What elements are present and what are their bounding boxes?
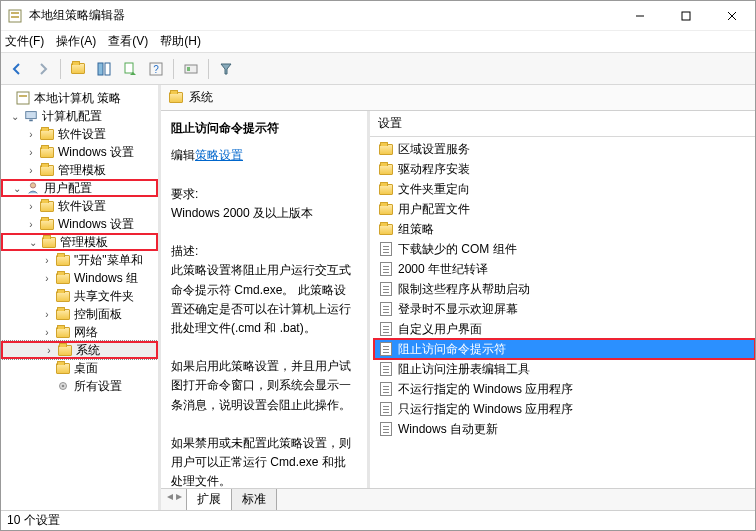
expand-icon[interactable]: › <box>41 255 53 266</box>
tree-pane[interactable]: 本地计算机 策略 ⌄ 计算机配置 ›软件设置 ›Windows 设置 ›管理模板… <box>1 85 161 510</box>
svg-rect-7 <box>98 63 103 75</box>
forward-button[interactable] <box>31 57 55 81</box>
content-pane: 系统 阻止访问命令提示符 编辑策略设置 要求: Windows 2000 及以上… <box>161 85 755 510</box>
folder-icon <box>39 144 55 160</box>
policy-doc-icon <box>378 301 394 317</box>
policy-doc-icon <box>378 321 394 337</box>
folder-icon <box>55 360 71 376</box>
refresh-button[interactable]: ? <box>144 57 168 81</box>
list-row[interactable]: 2000 年世纪转译 <box>374 259 755 279</box>
edit-policy-link[interactable]: 策略设置 <box>195 148 243 162</box>
toolbar-sep <box>173 59 174 79</box>
folder-icon <box>55 324 71 340</box>
toolbar-sep <box>208 59 209 79</box>
settings-list[interactable]: 设置 区域设置服务驱动程序安装文件夹重定向用户配置文件组策略下载缺少的 COM … <box>367 111 755 488</box>
list-row[interactable]: 组策略 <box>374 219 755 239</box>
svg-point-20 <box>62 385 65 388</box>
tree-all-settings[interactable]: 所有设置 <box>1 377 158 395</box>
expand-icon[interactable]: › <box>25 147 37 158</box>
list-row-label: Windows 自动更新 <box>398 421 498 438</box>
tab-standard[interactable]: 标准 <box>231 489 277 510</box>
list-row[interactable]: 用户配置文件 <box>374 199 755 219</box>
menu-action[interactable]: 操作(A) <box>56 33 96 50</box>
properties-button[interactable] <box>179 57 203 81</box>
menu-view[interactable]: 查看(V) <box>108 33 148 50</box>
list-row-label: 阻止访问注册表编辑工具 <box>398 361 530 378</box>
list-row[interactable]: 只运行指定的 Windows 应用程序 <box>374 399 755 419</box>
list-row[interactable]: 不运行指定的 Windows 应用程序 <box>374 379 755 399</box>
collapse-icon[interactable]: ⌄ <box>27 237 39 248</box>
list-row[interactable]: 阻止访问命令提示符 <box>374 339 755 359</box>
tree-system[interactable]: ›系统 <box>1 341 158 359</box>
tree-item[interactable]: 共享文件夹 <box>1 287 158 305</box>
list-row[interactable]: 区域设置服务 <box>374 139 755 159</box>
policy-heading: 阻止访问命令提示符 <box>171 119 357 138</box>
folder-icon <box>55 288 71 304</box>
status-bar: 10 个设置 <box>1 510 755 530</box>
user-icon <box>25 180 41 196</box>
list-header[interactable]: 设置 <box>370 111 755 137</box>
back-button[interactable] <box>5 57 29 81</box>
expand-icon[interactable]: › <box>25 201 37 212</box>
list-row[interactable]: 自定义用户界面 <box>374 319 755 339</box>
list-row[interactable]: 登录时不显示欢迎屏幕 <box>374 299 755 319</box>
svg-rect-2 <box>11 16 19 18</box>
collapse-icon[interactable]: ⌄ <box>11 183 23 194</box>
list-row[interactable]: 文件夹重定向 <box>374 179 755 199</box>
list-row[interactable]: 下载缺少的 COM 组件 <box>374 239 755 259</box>
tree-item[interactable]: ›软件设置 <box>1 197 158 215</box>
expand-icon[interactable]: › <box>25 165 37 176</box>
list-row-label: 只运行指定的 Windows 应用程序 <box>398 401 573 418</box>
tree-label: 所有设置 <box>74 378 122 395</box>
expand-icon[interactable]: › <box>41 327 53 338</box>
policy-doc-icon <box>378 421 394 437</box>
tree-item[interactable]: ›软件设置 <box>1 125 158 143</box>
list-row[interactable]: Windows 自动更新 <box>374 419 755 439</box>
breadcrumb-title: 系统 <box>189 89 213 106</box>
svg-rect-14 <box>17 92 29 104</box>
tree-computer-config[interactable]: ⌄ 计算机配置 <box>1 107 158 125</box>
list-row[interactable]: 限制这些程序从帮助启动 <box>374 279 755 299</box>
expand-icon[interactable]: › <box>41 273 53 284</box>
tree-label: 共享文件夹 <box>74 288 134 305</box>
collapse-icon[interactable]: ⌄ <box>9 111 21 122</box>
list-row-label: 登录时不显示欢迎屏幕 <box>398 301 518 318</box>
desc-label: 描述: <box>171 242 357 261</box>
expand-icon[interactable]: › <box>41 309 53 320</box>
show-hide-tree-button[interactable] <box>92 57 116 81</box>
tab-extended[interactable]: 扩展 <box>186 489 232 510</box>
expand-icon[interactable]: › <box>25 219 37 230</box>
tree-item[interactable]: ›管理模板 <box>1 161 158 179</box>
svg-text:?: ? <box>153 64 159 75</box>
tree-item[interactable]: 桌面 <box>1 359 158 377</box>
tree-label: "开始"菜单和 <box>74 252 143 269</box>
svg-rect-15 <box>19 95 27 97</box>
minimize-button[interactable] <box>617 1 663 31</box>
maximize-button[interactable] <box>663 1 709 31</box>
expand-icon[interactable]: › <box>25 129 37 140</box>
list-row[interactable]: 驱动程序安装 <box>374 159 755 179</box>
close-button[interactable] <box>709 1 755 31</box>
tree-item[interactable]: ›控制面板 <box>1 305 158 323</box>
tree-item[interactable]: ›Windows 组 <box>1 269 158 287</box>
up-button[interactable] <box>66 57 90 81</box>
tree-root[interactable]: 本地计算机 策略 <box>1 89 158 107</box>
tree-item[interactable]: ›Windows 设置 <box>1 143 158 161</box>
svg-rect-13 <box>187 67 190 71</box>
window-title: 本地组策略编辑器 <box>29 7 617 24</box>
tree-admin-templates[interactable]: ⌄管理模板 <box>1 233 158 251</box>
filter-button[interactable] <box>214 57 238 81</box>
export-button[interactable] <box>118 57 142 81</box>
edit-prefix: 编辑 <box>171 148 195 162</box>
tree-item[interactable]: ›"开始"菜单和 <box>1 251 158 269</box>
body-split: 阻止访问命令提示符 编辑策略设置 要求: Windows 2000 及以上版本 … <box>161 111 755 488</box>
expand-icon[interactable]: › <box>43 345 55 356</box>
tree-user-config[interactable]: ⌄ 用户配置 <box>1 179 158 197</box>
menu-file[interactable]: 文件(F) <box>5 33 44 50</box>
tree-item[interactable]: ›网络 <box>1 323 158 341</box>
list-row[interactable]: 阻止访问注册表编辑工具 <box>374 359 755 379</box>
policy-doc-icon <box>378 261 394 277</box>
tree-item[interactable]: ›Windows 设置 <box>1 215 158 233</box>
toolbar: ? <box>1 53 755 85</box>
menu-help[interactable]: 帮助(H) <box>160 33 201 50</box>
